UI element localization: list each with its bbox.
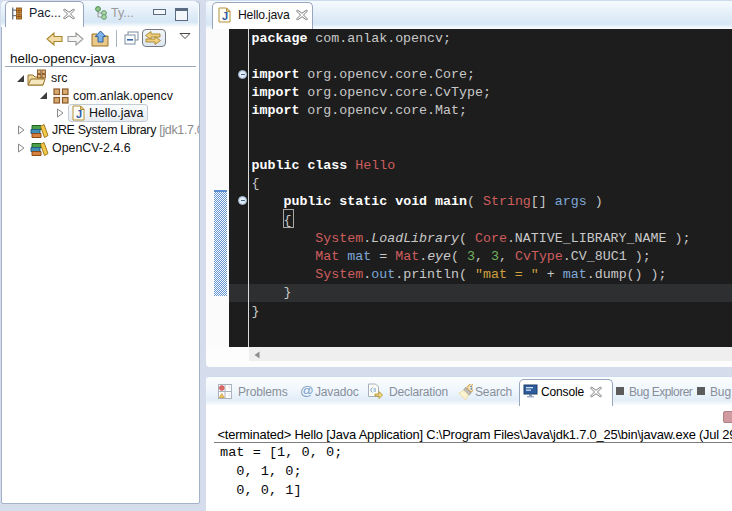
svg-text:J: J — [76, 108, 82, 120]
svg-text:J: J — [222, 10, 228, 22]
